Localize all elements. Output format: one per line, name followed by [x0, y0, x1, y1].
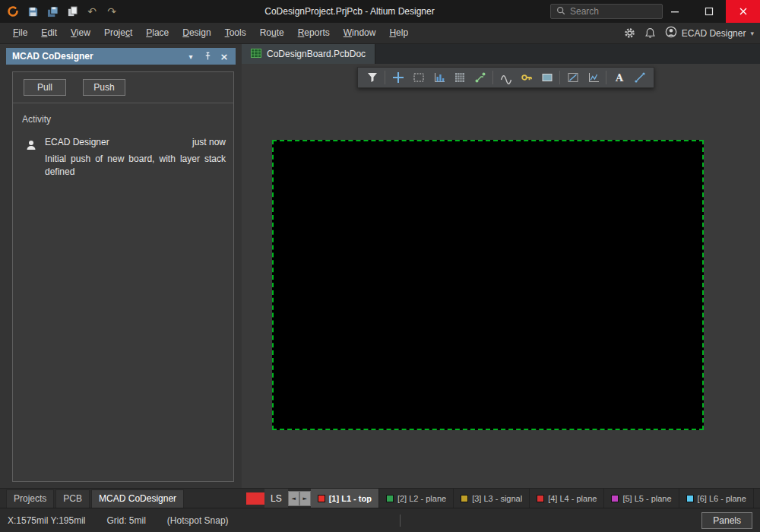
measure-icon[interactable]: [583, 68, 603, 87]
titlebar: ↶ ↷ CoDesignProject.PrjPcb - Altium Desi…: [0, 0, 760, 23]
pull-button[interactable]: Pull: [24, 79, 66, 96]
settings-gear-icon[interactable]: [624, 27, 635, 39]
text-icon[interactable]: A: [609, 68, 629, 87]
panel-dropdown-icon[interactable]: ▾: [185, 52, 196, 61]
layer-tab-2[interactable]: [2] L2 - plane: [379, 489, 454, 508]
layer-color-swatch: [537, 495, 544, 502]
route-trace-icon[interactable]: [470, 68, 490, 87]
pcb-board[interactable]: [272, 140, 704, 430]
panel-header: MCAD CoDesigner ▾ ×: [6, 48, 236, 65]
panel-tab-projects[interactable]: Projects: [6, 489, 54, 508]
menu-place[interactable]: Place: [139, 23, 176, 43]
layer-tab-4[interactable]: [4] L4 - plane: [530, 489, 604, 508]
save-all-icon[interactable]: [46, 5, 59, 18]
document-tabbar: CoDesignBoard.PcbDoc: [242, 44, 760, 64]
save-icon[interactable]: [26, 5, 40, 18]
menu-file[interactable]: File: [6, 23, 34, 43]
notifications-bell-icon[interactable]: [644, 27, 656, 39]
menu-reports[interactable]: Reports: [291, 23, 337, 43]
panel-content: Pull Push Activity ECAD Designer just no…: [12, 71, 234, 482]
chevron-down-icon: ▾: [750, 30, 754, 37]
panel-tab-mcad-codesigner[interactable]: MCAD CoDesigner: [91, 489, 184, 508]
interactive-route-icon[interactable]: [496, 68, 516, 87]
toolbar-separator: [385, 71, 385, 84]
mcad-codesigner-panel: MCAD CoDesigner ▾ × Pull Push Activity E…: [0, 44, 242, 488]
menu-tools[interactable]: Tools: [218, 23, 253, 43]
layer-scroll-left-icon[interactable]: ◄: [288, 491, 299, 506]
grid-pattern-icon[interactable]: [449, 68, 470, 87]
menubar-right: ECAD Designer ▾: [624, 23, 754, 43]
layer-label: [1] L1 - top: [329, 494, 372, 503]
account-button[interactable]: ECAD Designer ▾: [665, 26, 754, 40]
redo-icon[interactable]: ↷: [105, 5, 119, 18]
copy-icon[interactable]: [65, 5, 79, 18]
window-title: CoDesignProject.PrjPcb - Altium Designer: [152, 0, 547, 23]
push-button[interactable]: Push: [83, 79, 125, 96]
layer-sets-button[interactable]: LS: [264, 489, 288, 508]
crosshair-icon[interactable]: [388, 68, 408, 87]
layer-color-swatch: [461, 495, 468, 502]
layer-color-swatch: [686, 495, 694, 502]
toolbar-separator: [559, 71, 560, 84]
layer-color-swatch: [611, 495, 619, 502]
person-icon: [25, 137, 37, 179]
menubar: FileEditViewProjectPlaceDesignToolsRoute…: [0, 23, 760, 44]
active-layer-color-swatch: [246, 492, 264, 505]
minimize-button[interactable]: [657, 0, 692, 23]
layer-tab-1[interactable]: [1] L1 - top: [311, 489, 379, 508]
close-button[interactable]: [726, 0, 760, 23]
document-tab-codesignboard[interactable]: CoDesignBoard.PcbDoc: [242, 44, 375, 64]
toolbar-separator: [492, 71, 493, 84]
pcb-canvas[interactable]: A: [242, 64, 760, 488]
filter-icon[interactable]: [362, 68, 382, 87]
menu-window[interactable]: Window: [337, 23, 383, 43]
activity-user: ECAD Designer: [45, 137, 109, 147]
grid-setting: Grid: 5mil: [107, 515, 146, 526]
layer-label: [4] L4 - plane: [548, 494, 597, 503]
menu-project[interactable]: Project: [97, 23, 139, 43]
layer-scroll-right-icon[interactable]: ►: [299, 491, 311, 506]
panels-button[interactable]: Panels: [701, 512, 752, 529]
search-input[interactable]: [570, 6, 657, 17]
quick-access-toolbar: ↶ ↷: [6, 0, 119, 23]
altium-logo-icon: [6, 5, 20, 18]
activity-timestamp: just now: [192, 137, 226, 147]
layer-tab-3[interactable]: [3] L3 - signal: [454, 489, 530, 508]
statusbar: X:1575mil Y:195mil Grid: 5mil (Hotspot S…: [0, 508, 760, 532]
maximize-button[interactable]: [692, 0, 726, 23]
menu-edit[interactable]: Edit: [34, 23, 64, 43]
pcb-document-icon: [251, 49, 261, 60]
undo-icon[interactable]: ↶: [85, 5, 99, 18]
window-controls: [657, 0, 760, 23]
panel-tabs: ProjectsPCBMCAD CoDesigner: [0, 488, 242, 508]
key-icon[interactable]: [516, 68, 537, 87]
area-select-icon[interactable]: [408, 68, 429, 87]
layer-label: [2] L2 - plane: [397, 494, 446, 503]
cursor-coordinates: X:1575mil Y:195mil: [8, 515, 86, 526]
sync-button-row: Pull Push: [13, 72, 233, 103]
panel-tab-pcb[interactable]: PCB: [55, 489, 90, 508]
line-icon[interactable]: [629, 68, 650, 87]
search-box[interactable]: [550, 4, 663, 19]
account-name: ECAD Designer: [682, 28, 746, 39]
panel-close-icon[interactable]: ×: [219, 52, 230, 62]
slope-line-icon[interactable]: [562, 68, 583, 87]
activity-list-item[interactable]: ECAD Designer just now Initial push of n…: [13, 132, 233, 179]
bar-chart-icon[interactable]: [429, 68, 449, 87]
menu-route[interactable]: Route: [253, 23, 291, 43]
polygon-plane-icon[interactable]: [537, 68, 557, 87]
activity-body: ECAD Designer just now Initial push of n…: [45, 137, 226, 179]
pin-icon[interactable]: [202, 52, 213, 61]
menu-design[interactable]: Design: [176, 23, 217, 43]
menu-view[interactable]: View: [64, 23, 97, 43]
activity-message: Initial push of new board, with layer st…: [45, 153, 226, 179]
layer-bar: LS ◄ ► [1] L1 - top[2] L2 - plane[3] L3 …: [242, 488, 760, 508]
layer-label: [6] L6 - plane: [698, 494, 746, 503]
snap-mode: (Hotspot Snap): [167, 515, 229, 526]
menu-help[interactable]: Help: [382, 23, 415, 43]
layer-tab-6[interactable]: [6] L6 - plane: [679, 489, 754, 508]
toolbar-separator: [606, 71, 606, 84]
menubar-items: FileEditViewProjectPlaceDesignToolsRoute…: [0, 23, 415, 43]
layer-tab-5[interactable]: [5] L5 - plane: [604, 489, 679, 508]
layer-tabs: [1] L1 - top[2] L2 - plane[3] L3 - signa…: [311, 489, 760, 508]
